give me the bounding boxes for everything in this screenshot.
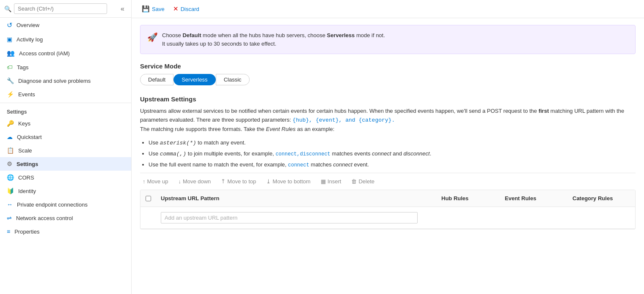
- mode-classic-button[interactable]: Classic: [216, 74, 250, 85]
- content-area: 🚀 Choose Default mode when all the hubs …: [132, 18, 644, 236]
- sidebar-item-label: Events: [18, 91, 35, 98]
- info-banner-icon: 🚀: [147, 32, 158, 42]
- sidebar-item-network-access[interactable]: ⇌ Network access control: [0, 211, 131, 225]
- select-all-checkbox[interactable]: [146, 196, 151, 201]
- private-endpoints-icon: ↔: [7, 201, 13, 208]
- row-checkbox-cell: [140, 216, 156, 220]
- bullet3-text1: Use the full event name to match the eve…: [149, 161, 288, 168]
- bullet-item-3: Use the full event name to match the eve…: [149, 161, 636, 169]
- table-input-row: [140, 207, 635, 229]
- move-to-top-icon: ⤒: [221, 178, 226, 185]
- sidebar-item-overview[interactable]: ↺ Overview: [0, 18, 131, 33]
- access-control-icon: 👥: [7, 49, 15, 57]
- move-to-bottom-label: Move to bottom: [272, 178, 311, 185]
- sidebar-item-label: Scale: [18, 147, 32, 154]
- insert-icon: ▦: [321, 178, 326, 185]
- delete-label: Delete: [358, 178, 374, 185]
- sidebar-item-label: Activity log: [17, 36, 43, 43]
- sidebar-item-label: Private endpoint connections: [17, 201, 88, 208]
- move-to-bottom-icon: ⤓: [266, 178, 271, 185]
- scale-icon: 📋: [7, 147, 14, 154]
- move-to-bottom-button[interactable]: ⤓ Move to bottom: [264, 177, 313, 186]
- move-down-label: Move down: [183, 178, 211, 185]
- sidebar: 🔍 « ↺ Overview ▣ Activity log 👥 Access c…: [0, 0, 132, 294]
- table-header-checkbox: [140, 194, 156, 203]
- info-text-prefix: Choose: [162, 32, 182, 38]
- table-header: Upstream URL Pattern Hub Rules Event Rul…: [140, 190, 635, 207]
- sidebar-search-bar: 🔍 «: [0, 0, 131, 18]
- sidebar-item-label: Overview: [17, 22, 39, 28]
- table-header-event-rules: Event Rules: [500, 193, 567, 203]
- upstream-settings-section: Upstream Settings Upstreams allow extern…: [140, 95, 636, 229]
- upstream-bullet-list: Use asterisk(*) to match any event. Use …: [149, 139, 636, 169]
- move-up-button[interactable]: ↑ Move up: [140, 177, 171, 186]
- search-icon: 🔍: [4, 5, 11, 12]
- sidebar-item-label: Access control (IAM): [19, 50, 70, 57]
- bullet2-code: comma(,): [160, 151, 186, 157]
- discard-button[interactable]: ✕ Discard: [170, 3, 203, 14]
- mode-default-button[interactable]: Default: [140, 74, 173, 85]
- upstream-desc-first-bold: first: [539, 108, 549, 114]
- info-text-line2: It usually takes up to 30 seconds to tak…: [162, 41, 276, 47]
- service-mode-group: Default Serverless Classic: [140, 74, 636, 85]
- sidebar-item-scale[interactable]: 📋 Scale: [0, 144, 131, 157]
- insert-button[interactable]: ▦ Insert: [318, 177, 344, 186]
- bullet2-em1: connect: [372, 150, 391, 157]
- sidebar-item-properties[interactable]: ≡ Properties: [0, 225, 131, 238]
- move-to-top-button[interactable]: ⤒ Move to top: [218, 177, 259, 186]
- identity-icon: 🔰: [7, 188, 14, 194]
- sidebar-item-label: Quickstart: [17, 134, 42, 140]
- collapse-sidebar-button[interactable]: «: [118, 4, 127, 14]
- move-down-icon: ↓: [178, 178, 181, 185]
- sidebar-item-access-control[interactable]: 👥 Access control (IAM): [0, 46, 131, 60]
- bullet2-text5: .: [430, 150, 432, 157]
- delete-icon: 🗑: [351, 178, 357, 185]
- bullet3-link[interactable]: connect: [288, 162, 309, 168]
- save-button[interactable]: 💾 Save: [138, 3, 168, 14]
- delete-button[interactable]: 🗑 Delete: [349, 177, 377, 186]
- upstream-params-code: {hub}, {event}, and {category}.: [292, 117, 395, 123]
- bullet2-link[interactable]: connect,disconnect: [275, 151, 330, 157]
- sidebar-item-cors[interactable]: 🌐 CORS: [0, 171, 131, 184]
- bullet1-code: asterisk(*): [160, 140, 196, 146]
- network-access-icon: ⇌: [7, 215, 12, 221]
- events-icon: ⚡: [7, 91, 14, 98]
- mode-serverless-button[interactable]: Serverless: [173, 74, 215, 85]
- move-down-button[interactable]: ↓ Move down: [176, 177, 213, 186]
- bullet2-text3: matches events: [330, 150, 372, 157]
- sidebar-item-label: Keys: [18, 120, 30, 127]
- sidebar-item-keys[interactable]: 🔑 Keys: [0, 117, 131, 130]
- save-icon: 💾: [142, 5, 150, 13]
- sidebar-item-settings[interactable]: ⚙ Settings: [0, 157, 131, 171]
- cors-icon: 🌐: [7, 174, 14, 181]
- event-rules-cell: [500, 216, 567, 220]
- info-text-suffix: mode if not.: [355, 32, 385, 38]
- sidebar-item-quickstart[interactable]: ☁ Quickstart: [0, 130, 131, 144]
- service-mode-label: Service Mode: [140, 63, 636, 70]
- sidebar-item-private-endpoints[interactable]: ↔ Private endpoint connections: [0, 198, 131, 211]
- upstream-desc-text1: Upstreams allow external services to be …: [140, 108, 539, 114]
- event-rules-italic: Event Rules: [266, 126, 295, 132]
- info-banner: 🚀 Choose Default mode when all the hubs …: [140, 25, 636, 54]
- activity-log-icon: ▣: [7, 36, 12, 43]
- action-bar: ↑ Move up ↓ Move down ⤒ Move to top ⤓ Mo…: [140, 173, 636, 190]
- bullet2-text1: Use: [149, 150, 160, 157]
- main-content: 💾 Save ✕ Discard 🚀 Choose Default mode w…: [132, 0, 644, 294]
- sidebar-item-events[interactable]: ⚡ Events: [0, 87, 131, 101]
- sidebar-item-label: CORS: [18, 174, 34, 181]
- table-header-url-pattern: Upstream URL Pattern: [156, 193, 436, 203]
- insert-label: Insert: [328, 178, 341, 185]
- sidebar-item-diagnose[interactable]: 🔧 Diagnose and solve problems: [0, 74, 131, 87]
- info-default-bold: Default: [182, 32, 201, 38]
- info-serverless-bold: Serverless: [327, 32, 355, 38]
- search-input[interactable]: [14, 3, 107, 14]
- url-pattern-input[interactable]: [161, 212, 418, 223]
- sidebar-item-label: Identity: [18, 188, 36, 194]
- url-pattern-input-cell: [156, 210, 436, 225]
- sidebar-item-identity[interactable]: 🔰 Identity: [0, 184, 131, 198]
- discard-label: Discard: [181, 6, 199, 12]
- sidebar-item-activity-log[interactable]: ▣ Activity log: [0, 33, 131, 46]
- diagnose-icon: 🔧: [7, 77, 14, 84]
- bullet3-em: connect: [333, 161, 352, 168]
- sidebar-item-tags[interactable]: 🏷 Tags: [0, 60, 131, 74]
